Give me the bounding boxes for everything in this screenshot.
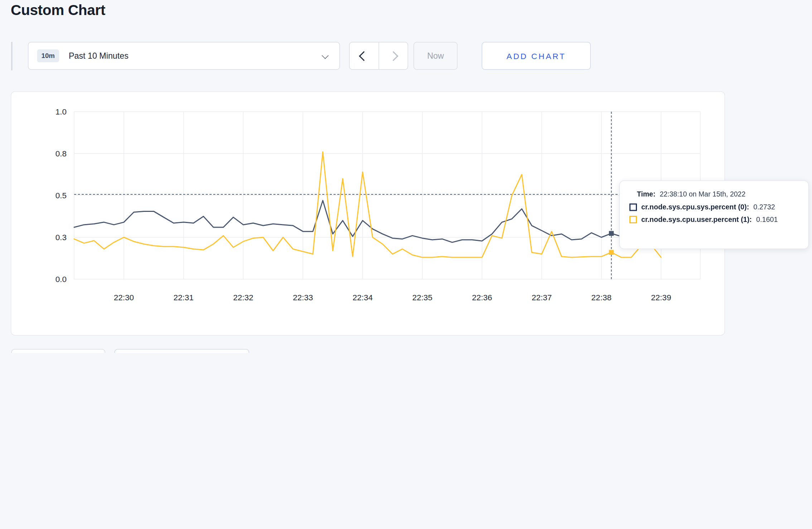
x-axis-label: 22:39: [651, 293, 671, 302]
now-button[interactable]: Now: [414, 42, 458, 70]
x-axis-label: 22:35: [412, 293, 432, 302]
chart-svg[interactable]: 0.00.30.50.81.022:3022:3122:3222:3322:34…: [11, 92, 726, 336]
tooltip-series-value: 0.2732: [753, 203, 775, 211]
tooltip-series-value: 0.1601: [756, 215, 778, 224]
x-axis-label: 22:32: [233, 293, 253, 302]
time-range-label: Past 10 Minutes: [69, 51, 129, 61]
crosshair-marker-0: [609, 231, 614, 236]
chart-tooltip: Time:22:38:10 on Mar 15th, 2022 cr.node.…: [619, 180, 809, 249]
units-selector[interactable]: Units: Count: [11, 349, 106, 353]
chevron-down-icon: [322, 52, 329, 59]
series-line-1: [74, 152, 661, 257]
x-axis-label: 22:30: [114, 293, 134, 302]
sys-series-swatch-icon: [629, 203, 637, 211]
toolbar-divider: [11, 42, 13, 71]
y-axis-label: 0.8: [55, 149, 67, 158]
y-axis-label: 0.3: [55, 233, 67, 242]
add-chart-button[interactable]: ADD CHART: [482, 42, 591, 70]
chevron-left-icon: [359, 51, 369, 61]
x-axis-label: 22:31: [174, 293, 194, 302]
tooltip-series-name: cr.node.sys.cpu.sys.percent (0):: [641, 203, 749, 211]
time-range-selector[interactable]: 10m Past 10 Minutes: [28, 42, 340, 70]
remove-chart-button[interactable]: REMOVE CHART: [115, 349, 250, 353]
prev-time-button[interactable]: [350, 43, 379, 69]
toolbar: 10m Past 10 Minutes Now ADD CHART: [0, 42, 812, 71]
page-title: Custom Chart: [11, 2, 105, 19]
y-axis-label: 0.0: [55, 275, 67, 284]
tooltip-time-label: Time:: [637, 190, 656, 198]
y-axis-label: 0.5: [55, 191, 67, 200]
x-axis-label: 22:33: [293, 293, 313, 302]
tooltip-time: Time:22:38:10 on Mar 15th, 2022: [637, 190, 799, 198]
crosshair-marker-1: [609, 250, 614, 255]
y-axis-label: 1.0: [55, 107, 67, 116]
chevron-right-icon: [388, 51, 398, 61]
x-axis-label: 22:37: [532, 293, 552, 302]
tooltip-series-name: cr.node.sys.cpu.user.percent (1):: [641, 215, 752, 224]
user-series-swatch-icon: [629, 215, 637, 223]
time-range-badge: 10m: [37, 49, 59, 62]
x-axis-label: 22:34: [353, 293, 373, 302]
tooltip-series-row: cr.node.sys.cpu.sys.percent (0): 0.2732: [629, 203, 799, 211]
tooltip-time-value: 22:38:10 on Mar 15th, 2022: [660, 190, 746, 198]
chart-card: 0.00.30.50.81.022:3022:3122:3222:3322:34…: [11, 91, 725, 336]
x-axis-label: 22:36: [472, 293, 492, 302]
time-nav-group: [349, 42, 408, 70]
x-axis-label: 22:38: [591, 293, 612, 302]
tooltip-series-row: cr.node.sys.cpu.user.percent (1): 0.1601: [629, 215, 799, 224]
custom-chart-page: Custom Chart 10m Past 10 Minutes Now ADD…: [0, 0, 812, 353]
next-time-button[interactable]: [379, 43, 407, 69]
